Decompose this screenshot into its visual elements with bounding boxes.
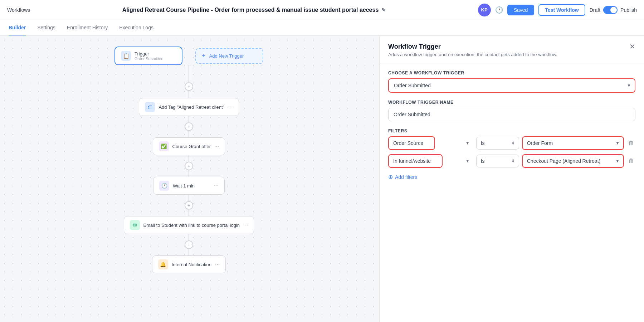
- clipboard-icon: 📋: [121, 51, 131, 61]
- filter2-delete-button[interactable]: 🗑: [627, 156, 635, 166]
- history-icon[interactable]: 🕐: [495, 6, 503, 14]
- trigger-node[interactable]: 📋 Trigger Order Submitted: [114, 47, 182, 65]
- panel-title: Workflow Trigger: [388, 43, 557, 50]
- add-filters-plus-icon: ⊕: [388, 174, 393, 180]
- clock-icon: 🕐: [159, 181, 169, 191]
- add-filters-button[interactable]: ⊕ Add filters: [388, 172, 635, 182]
- trigger-row: 📋 Trigger Order Submitted + Add New Trig…: [114, 47, 263, 65]
- internal-notification-node[interactable]: 🔔 Internal Notification ···: [152, 255, 226, 273]
- panel-close-button[interactable]: ✕: [629, 43, 635, 50]
- tab-enrollment-history[interactable]: Enrollment History: [67, 20, 108, 35]
- workflow-canvas: view 📋 Trigger Order Submitted + Add New…: [0, 36, 379, 322]
- add-new-trigger-node[interactable]: + Add New Trigger: [195, 48, 263, 64]
- course-grant-label: Course Grant offer: [172, 144, 211, 149]
- internal-menu[interactable]: ···: [215, 261, 220, 268]
- filter-row-1: Order Source ▼ Is ⬍ Order Fo: [388, 136, 635, 150]
- avatar: KP: [478, 4, 491, 16]
- bell-icon: 🔔: [158, 259, 168, 269]
- add-step-4[interactable]: +: [185, 201, 193, 210]
- panel-subtitle: Adds a workflow trigger, and on executio…: [388, 52, 557, 57]
- workflow-trigger-panel: Workflow Trigger Adds a workflow trigger…: [379, 36, 644, 322]
- filter1-value-select[interactable]: Order Form: [522, 136, 624, 150]
- trigger-sublabel: Order Submitted: [135, 57, 164, 61]
- shield-check-icon: ✅: [159, 141, 169, 151]
- wait-node[interactable]: 🕐 Wait 1 min ···: [153, 177, 225, 195]
- course-grant-node[interactable]: ✅ Course Grant offer ···: [153, 137, 225, 155]
- internal-notification-label: Internal Notification: [172, 262, 211, 267]
- draft-label: Draft: [590, 7, 600, 13]
- workflow-nodes: 📋 Trigger Order Submitted + Add New Trig…: [114, 47, 263, 273]
- email-menu[interactable]: ···: [243, 222, 248, 228]
- add-tag-label: Add Tag "Aligned Retreat client": [158, 104, 224, 110]
- add-tag-menu[interactable]: ···: [228, 104, 233, 110]
- filter1-operator-select[interactable]: Is: [476, 137, 519, 150]
- filters-label: FILTERS: [388, 128, 635, 133]
- wait-label: Wait 1 min: [173, 183, 210, 189]
- tab-settings[interactable]: Settings: [37, 20, 55, 35]
- choose-trigger-section: CHOOSE A WORKFLOW TRIGGER Order Submitte…: [388, 70, 635, 93]
- tab-execution-logs[interactable]: Execution Logs: [119, 20, 153, 35]
- connector-1: [189, 65, 189, 75]
- filter2-field-arrow: ▼: [465, 158, 470, 164]
- trigger-name-section: WORKFLOW TRIGGER NAME: [388, 100, 635, 121]
- add-step-1[interactable]: +: [185, 82, 193, 91]
- add-filters-label: Add filters: [395, 174, 417, 180]
- page-title: Aligned Retreat Course Pipeline - Order …: [122, 7, 379, 13]
- filter-row-2: In funnel/website ▼ Is ⬍ Che: [388, 154, 635, 168]
- saved-button[interactable]: Saved: [507, 5, 535, 15]
- filter1-delete-button[interactable]: 🗑: [627, 138, 635, 148]
- wait-menu[interactable]: ···: [214, 182, 219, 189]
- trigger-name-input[interactable]: [388, 108, 635, 121]
- test-workflow-button[interactable]: Test Workflow: [538, 4, 585, 16]
- add-step-2[interactable]: +: [185, 122, 193, 131]
- filter2-field-select[interactable]: In funnel/website: [388, 154, 443, 168]
- edit-title-icon[interactable]: ✎: [381, 7, 386, 13]
- mail-icon: ✉: [130, 220, 140, 230]
- course-grant-menu[interactable]: ···: [214, 143, 219, 150]
- add-step-5[interactable]: +: [185, 240, 193, 249]
- trigger-label: Trigger: [135, 51, 164, 57]
- add-trigger-label: Add New Trigger: [209, 53, 257, 59]
- workflows-nav[interactable]: Workflows: [7, 7, 30, 13]
- trigger-name-label: WORKFLOW TRIGGER NAME: [388, 100, 635, 105]
- email-node[interactable]: ✉ Email to Student with link to course p…: [124, 216, 254, 234]
- email-label: Email to Student with link to course por…: [143, 223, 240, 228]
- draft-publish-toggle[interactable]: [603, 6, 618, 14]
- filter1-field-select[interactable]: Order Source: [388, 136, 435, 150]
- tab-builder[interactable]: Builder: [9, 20, 26, 35]
- filter2-value-select[interactable]: Checkout Page (Aligned Retreat): [522, 154, 624, 168]
- choose-trigger-label: CHOOSE A WORKFLOW TRIGGER: [388, 70, 635, 75]
- tag-icon: 🏷: [145, 102, 155, 112]
- filter2-operator-select[interactable]: Is: [476, 155, 519, 167]
- add-tag-node[interactable]: 🏷 Add Tag "Aligned Retreat client" ···: [139, 98, 239, 116]
- filter1-field-arrow: ▼: [465, 141, 470, 146]
- filters-section: FILTERS Order Source ▼ Is: [388, 128, 635, 182]
- publish-label: Publish: [620, 7, 637, 13]
- trigger-select[interactable]: Order Submitted: [388, 78, 635, 93]
- add-step-3[interactable]: +: [185, 162, 193, 170]
